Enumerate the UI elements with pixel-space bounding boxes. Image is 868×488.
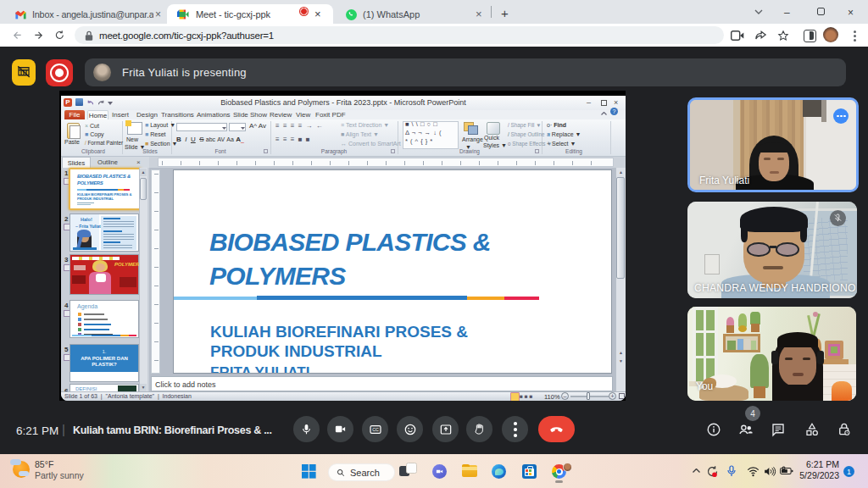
svg-text:CC: CC [372, 427, 379, 432]
